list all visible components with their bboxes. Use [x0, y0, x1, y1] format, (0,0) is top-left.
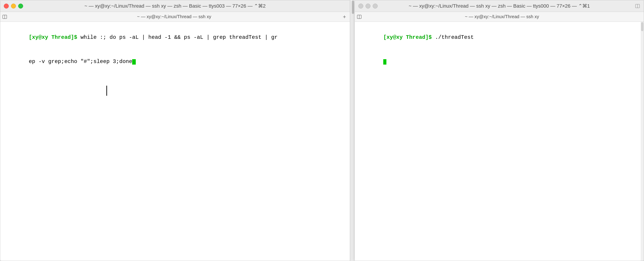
left-tab-label: ~ — xy@xy:~/Linux/Thread — ssh xy	[137, 14, 211, 19]
right-terminal-line-2	[358, 49, 641, 74]
right-tab-bar: ~ — xy@xy:~/Linux/Thread — ssh xy	[355, 12, 644, 22]
left-i-beam: |	[104, 84, 110, 97]
right-scrollbar-area	[641, 22, 644, 261]
left-command-1: while :; do ps -aL | head -1 && ps -aL |…	[80, 34, 278, 40]
right-traffic-lights	[358, 3, 378, 8]
right-window-title: ~ — xy@xy:~/Linux/Thread — ssh xy — zsh …	[408, 3, 590, 9]
right-terminal-window: ~ — xy@xy:~/Linux/Thread — ssh xy — zsh …	[354, 0, 644, 261]
right-window-controls	[635, 3, 640, 9]
right-split-button[interactable]	[635, 3, 640, 9]
left-window-title: ~ — xy@xy:~/Linux/Thread — ssh xy — zsh …	[84, 3, 266, 9]
left-tab-bar-left	[2, 14, 8, 19]
right-title-bar: ~ — xy@xy:~/Linux/Thread — ssh xy — zsh …	[355, 0, 644, 12]
right-prompt-1: [xy@xy Thread]$	[383, 34, 435, 40]
right-tab-bar-left	[356, 14, 362, 19]
left-terminal-line-2: ep -v grep;echo "#";sleep 3;done	[3, 49, 347, 74]
right-tab-split-icon[interactable]	[356, 14, 362, 19]
left-close-button[interactable]	[4, 3, 9, 8]
left-scrollbar-thumb[interactable]	[352, 0, 354, 14]
right-tab-label: ~ — xy@xy:~/Linux/Thread — ssh xy	[465, 14, 539, 19]
left-scrollbar-track[interactable]	[352, 0, 354, 261]
left-terminal-line-1: [xy@xy Thread]$ while :; do ps -aL | hea…	[3, 25, 347, 49]
left-terminal-body[interactable]: [xy@xy Thread]$ while :; do ps -aL | hea…	[0, 22, 350, 261]
left-minimize-button[interactable]	[11, 3, 16, 8]
left-terminal-window: ~ — xy@xy:~/Linux/Thread — ssh xy — zsh …	[0, 0, 350, 261]
right-close-button[interactable]	[358, 3, 363, 8]
left-title-bar: ~ — xy@xy:~/Linux/Thread — ssh xy — zsh …	[0, 0, 350, 12]
left-scrollbar-area	[350, 0, 354, 261]
left-tab-bar: ~ — xy@xy:~/Linux/Thread — ssh xy +	[0, 12, 350, 22]
right-tab-label-container: ~ — xy@xy:~/Linux/Thread — ssh xy	[362, 14, 642, 19]
right-scrollbar-thumb[interactable]	[641, 22, 643, 31]
right-minimize-button[interactable]	[366, 3, 370, 8]
left-split-icon[interactable]	[2, 14, 8, 19]
left-add-tab-button[interactable]: +	[341, 13, 348, 20]
left-maximize-button[interactable]	[18, 3, 23, 8]
left-command-2: ep -v grep;echo "#";sleep 3;done	[29, 58, 132, 65]
left-cursor	[132, 59, 136, 65]
left-traffic-lights	[4, 3, 23, 8]
windows-container: ~ — xy@xy:~/Linux/Thread — ssh xy — zsh …	[0, 0, 644, 261]
left-tab-label-container: ~ — xy@xy:~/Linux/Thread — ssh xy	[8, 14, 341, 19]
right-terminal-line-1: [xy@xy Thread]$ ./threadTest	[358, 25, 641, 49]
right-terminal-body[interactable]: [xy@xy Thread]$ ./threadTest	[355, 22, 644, 261]
left-prompt-1: [xy@xy Thread]$	[29, 34, 80, 40]
right-cursor	[383, 59, 386, 65]
right-command-1: ./threadTest	[435, 34, 474, 40]
right-maximize-button[interactable]	[373, 3, 378, 8]
